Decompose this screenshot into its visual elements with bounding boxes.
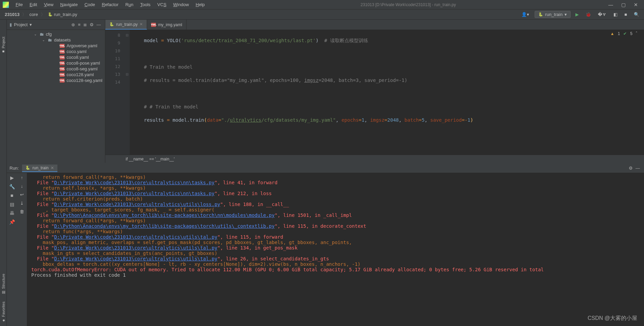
main-body: ■Project ▤Structure ★Favorites ▮ Project…: [0, 20, 644, 326]
chevron-up-icon[interactable]: ˆ: [636, 31, 637, 36]
structure-tool-tab[interactable]: ▤Structure: [0, 270, 6, 298]
yaml-icon: YML: [60, 67, 65, 71]
project-view-selector[interactable]: ▮ Project ▾: [10, 22, 32, 27]
tree-item-label: coco.yaml: [67, 49, 87, 54]
folder-icon: 🖿: [48, 37, 52, 42]
hide-icon[interactable]: —: [95, 21, 102, 28]
close-icon[interactable]: ✕: [51, 166, 54, 170]
inspection-hints[interactable]: ▲1 ✔5 ˆ: [610, 31, 637, 36]
maximize-button[interactable]: ▢: [621, 2, 626, 7]
fold-gutter: ⊟⊟: [124, 30, 130, 155]
breadcrumb-sep: 〉: [40, 12, 46, 18]
run-settings-icon[interactable]: ⚙: [627, 165, 634, 171]
tree-item[interactable]: YMLcoco128.yaml: [7, 72, 105, 78]
tree-item-label: Argoverse.yaml: [67, 43, 97, 48]
editor-breadcrumb[interactable]: if __name__ == '__main__': [105, 155, 644, 163]
code-area[interactable]: model = YOLO('runs/detect/train_2048_71_…: [130, 30, 644, 155]
run-config-selector[interactable]: 🐍 run_train ▾: [535, 11, 571, 18]
tree-item[interactable]: ⌄🖿cfg: [7, 31, 105, 37]
console-output[interactable]: return forward_call(*args, **kwargs) Fil…: [27, 173, 644, 326]
yaml-icon: YML: [60, 44, 65, 48]
editor-tab-run-train[interactable]: 🐍 run_train.py ✕: [105, 20, 147, 30]
locate-icon[interactable]: ⊕: [70, 21, 76, 28]
navbar: 231013 〉 core 〉 🐍run_train.py 👤▾ 🐍 run_t…: [0, 10, 644, 20]
menu-run[interactable]: Run: [122, 1, 137, 8]
menu-edit[interactable]: Edit: [26, 1, 40, 8]
layout-icon[interactable]: ▤: [10, 202, 14, 207]
minimize-button[interactable]: —: [608, 2, 613, 7]
editor-tab-my-img[interactable]: YML my_img.yaml: [147, 20, 186, 30]
tree-item[interactable]: YMLcoco128-seg.yaml: [7, 78, 105, 83]
profile-button[interactable]: ◧: [611, 11, 620, 18]
down-icon[interactable]: ↓: [21, 184, 23, 189]
tree-item[interactable]: YMLcoco8-pose.yaml: [7, 60, 105, 66]
run-button[interactable]: ▶: [573, 11, 581, 18]
user-button[interactable]: 👤▾: [519, 11, 532, 18]
breadcrumb-core[interactable]: core: [27, 11, 40, 18]
menu-help[interactable]: Help: [192, 1, 208, 8]
tree-item-label: cfg: [46, 32, 52, 37]
chevron-down-icon: ▾: [565, 12, 567, 17]
tree-item-label: coco8-pose.yaml: [67, 61, 100, 66]
run-header: Run: 🐍 run_train ✕ ⚙ —: [7, 164, 644, 173]
tree-item[interactable]: YMLcoco8-seg.yaml: [7, 66, 105, 72]
python-icon: 🐍: [109, 22, 114, 27]
yaml-icon: YML: [60, 79, 65, 83]
chevron-down-icon: ▾: [30, 22, 32, 27]
menu-vcs[interactable]: VCS: [154, 1, 170, 8]
debug-button[interactable]: 🐞: [584, 11, 593, 18]
project-tool-tab[interactable]: ■Project: [1, 33, 6, 57]
yaml-icon: YML: [60, 50, 65, 54]
breadcrumb-root[interactable]: 231013: [3, 11, 21, 18]
editor-body[interactable]: 891011121314 ⊟⊟ model = YOLO('runs/detec…: [105, 30, 644, 155]
pin-icon[interactable]: 📌: [9, 219, 15, 225]
menu-file[interactable]: File: [12, 1, 26, 8]
scroll-end-icon[interactable]: ⤓: [20, 201, 24, 206]
stop-button[interactable]: ■: [11, 193, 13, 198]
yaml-icon: YML: [60, 73, 65, 77]
soft-wrap-icon[interactable]: ↩: [20, 192, 24, 197]
coverage-button[interactable]: �⛛: [596, 11, 609, 18]
tree-item[interactable]: YMLcoco.yaml: [7, 49, 105, 54]
python-icon: 🐍: [25, 166, 30, 170]
breadcrumb-file[interactable]: 🐍run_train.py: [46, 11, 79, 18]
menu-tools[interactable]: Tools: [137, 1, 154, 8]
yaml-icon: YML: [60, 55, 65, 59]
menu-view[interactable]: View: [40, 1, 57, 8]
run-toolbar-inner: ↑ ↓ ↩ ⤓ 🗑: [17, 173, 27, 326]
tree-item[interactable]: ⌄🖿datasets: [7, 37, 105, 43]
collapse-all-icon[interactable]: ≣: [82, 21, 88, 28]
menu-window[interactable]: Window: [170, 1, 192, 8]
app-icon: [3, 2, 9, 8]
run-toolbar-left: ▶ 🔧 ■ ▤ 🖶 📌: [7, 173, 17, 326]
tree-item[interactable]: YMLcoco8.yaml: [7, 54, 105, 60]
run-tab[interactable]: 🐍 run_train ✕: [22, 165, 57, 172]
tree-item[interactable]: YMLArgoverse.yaml: [7, 43, 105, 49]
menu-code[interactable]: Code: [81, 1, 99, 8]
up-icon[interactable]: ↑: [21, 175, 23, 180]
print-icon[interactable]: 🖶: [10, 210, 14, 216]
close-button[interactable]: ✕: [634, 2, 638, 7]
run-label: Run:: [10, 166, 19, 171]
menu-refactor[interactable]: Refactor: [99, 1, 122, 8]
expand-all-icon[interactable]: ≡: [76, 21, 82, 28]
rerun-button[interactable]: ▶: [10, 175, 14, 181]
window-title: 231013 [D:\Private Work\code\231013] - r…: [208, 2, 608, 7]
menu-navigate[interactable]: Navigate: [57, 1, 81, 8]
run-tool-window: Run: 🐍 run_train ✕ ⚙ — ▶ 🔧 ■ ▤ 🖶 📌: [7, 163, 644, 326]
python-icon: 🐍: [48, 12, 53, 17]
search-button[interactable]: 🔍: [632, 11, 641, 18]
warning-icon: ▲: [610, 31, 614, 36]
run-config-label: run_train: [545, 12, 562, 17]
run-hide-icon[interactable]: —: [634, 165, 641, 171]
breadcrumb-sep: 〉: [21, 12, 27, 18]
favorites-tool-tab[interactable]: ★Favorites: [0, 298, 6, 326]
settings-icon[interactable]: ⚙: [88, 21, 95, 28]
stop-button[interactable]: ■: [622, 11, 629, 18]
clear-icon[interactable]: 🗑: [20, 209, 24, 214]
wrench-icon[interactable]: 🔧: [9, 184, 15, 189]
python-icon: 🐍: [538, 12, 543, 17]
project-pane: ▮ Project ▾ ⊕ ≡ ≣ ⚙ — ⌄🖿cfg⌄🖿datasetsYML…: [7, 20, 105, 163]
project-tree[interactable]: ⌄🖿cfg⌄🖿datasetsYMLArgoverse.yamlYMLcoco.…: [7, 30, 105, 163]
close-icon[interactable]: ✕: [140, 22, 143, 27]
